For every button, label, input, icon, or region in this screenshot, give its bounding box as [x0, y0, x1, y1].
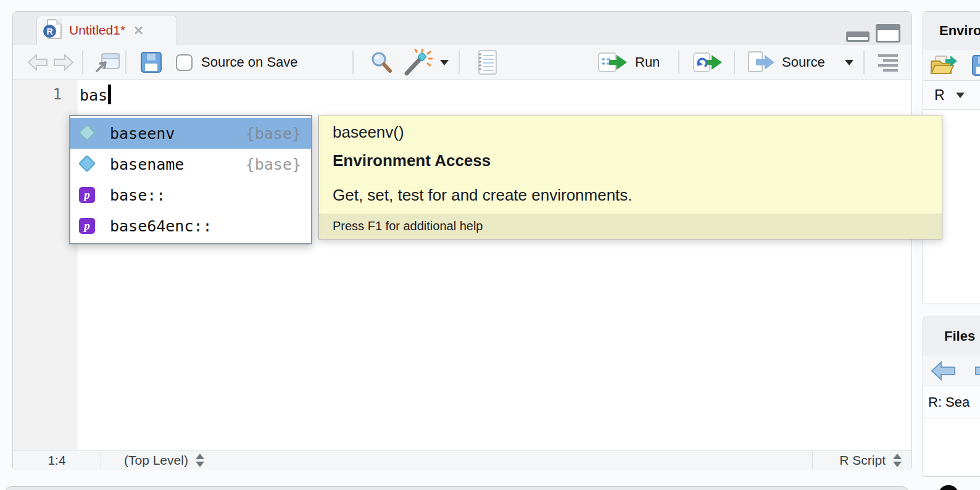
line-number-gutter: 1	[13, 80, 78, 450]
tab-title: Untitled1*	[69, 23, 125, 38]
environment-tab-strip: Environment	[923, 12, 980, 50]
save-floppy-icon	[140, 51, 162, 73]
run-icon	[598, 52, 629, 73]
popout-window-icon	[94, 51, 122, 73]
function-icon	[79, 125, 96, 142]
file-type-selector[interactable]: R Script	[812, 451, 902, 470]
package-icon: p	[79, 217, 96, 235]
toolbar-separator	[734, 51, 735, 74]
code-tools-menu-button[interactable]	[440, 45, 449, 80]
toolbar-separator	[82, 51, 83, 74]
save-floppy-icon	[971, 54, 980, 77]
back-button[interactable]	[27, 45, 49, 80]
toolbar-separator	[125, 51, 127, 74]
back-arrow-icon	[27, 52, 49, 72]
completion-label: baseenv	[110, 125, 175, 143]
files-panel: Files R: Sea	[923, 317, 980, 477]
autocomplete-popup: baseenv{base}basename{base}pbase::pbase6…	[69, 115, 312, 244]
outline-icon	[877, 53, 899, 72]
statusbar-separator	[902, 451, 902, 470]
completion-help-tooltip: baseenv() Environment Access Get, set, t…	[318, 115, 942, 239]
help-footer: Press F1 for additional help	[319, 214, 942, 239]
maximize-pane-icon[interactable]	[876, 24, 900, 43]
r-file-icon: R	[43, 19, 62, 41]
completion-label: base64enc::	[110, 217, 212, 235]
cursor-position: 1:4	[13, 451, 101, 470]
magic-wand-icon	[402, 49, 434, 76]
open-folder-icon	[929, 54, 958, 77]
files-toolbar	[923, 355, 980, 386]
notebook-icon	[475, 49, 499, 75]
environment-toolbar	[923, 50, 980, 81]
source-label: Source	[782, 54, 825, 70]
search-icon	[370, 51, 393, 74]
files-back-button[interactable]	[931, 360, 957, 384]
toolbar-separator	[863, 51, 865, 74]
rerun-button[interactable]	[693, 45, 725, 80]
scope-selector[interactable]: (Top Level)	[101, 451, 204, 470]
forward-button[interactable]	[52, 45, 75, 80]
checkbox-icon	[176, 54, 193, 71]
document-outline-button[interactable]	[877, 45, 899, 80]
save-workspace-button[interactable]	[971, 54, 980, 79]
updown-arrows-icon	[893, 454, 902, 467]
source-on-save-checkbox[interactable]	[176, 45, 193, 80]
completion-package: {base}	[246, 156, 301, 173]
chevron-down-icon	[956, 93, 965, 98]
tab-files[interactable]: Files	[944, 328, 975, 344]
toolbar-separator	[352, 51, 354, 74]
code-text: bas	[80, 86, 107, 104]
completion-item[interactable]: pbase::	[70, 180, 311, 210]
source-button[interactable]: Source	[747, 45, 825, 80]
r-logo-partial-icon	[938, 485, 959, 490]
files-forward-button[interactable]	[974, 360, 980, 384]
source-on-save-label: Source on Save	[201, 54, 298, 70]
environment-selector[interactable]: R	[923, 81, 980, 110]
tab-untitled1[interactable]: R Untitled1* ×	[36, 15, 177, 45]
find-replace-button[interactable]	[370, 45, 393, 80]
completion-package: {base}	[246, 125, 301, 143]
source-menu-button[interactable]	[845, 45, 853, 80]
chevron-down-icon	[440, 60, 449, 65]
editor-tab-strip: R Untitled1* ×	[13, 12, 911, 45]
save-button[interactable]	[140, 45, 162, 80]
files-tab-strip: Files	[923, 317, 980, 355]
text-cursor	[108, 85, 111, 104]
completion-label: basename	[110, 156, 184, 173]
source-icon	[747, 51, 777, 74]
files-path-bar: R: Sea	[923, 386, 980, 418]
tab-environment[interactable]: Environment	[939, 23, 980, 39]
run-label: Run	[635, 54, 660, 70]
updown-arrows-icon	[196, 454, 204, 467]
load-workspace-button[interactable]	[929, 54, 958, 80]
code-line: bas	[80, 85, 111, 104]
minimize-pane-icon[interactable]	[846, 31, 870, 42]
console-pane-edge	[5, 486, 908, 490]
help-description: Get, set, test for and create environmen…	[333, 186, 633, 205]
toolbar-separator	[459, 51, 460, 74]
forward-arrow-icon	[974, 360, 980, 381]
tab-close-icon[interactable]: ×	[134, 24, 143, 36]
function-signature: baseenv()	[333, 123, 404, 142]
completion-item[interactable]: pbase64enc::	[70, 210, 311, 241]
completion-label: base::	[110, 186, 165, 204]
code-tools-button[interactable]	[402, 45, 434, 80]
completion-item[interactable]: basename{base}	[70, 149, 311, 180]
forward-arrow-icon	[52, 52, 75, 72]
toolbar-separator	[678, 51, 679, 74]
compile-report-button[interactable]	[475, 45, 499, 80]
open-in-new-window-button[interactable]	[94, 45, 122, 80]
source-on-save-label-wrap: Source on Save	[201, 45, 298, 80]
environment-selector-label: R	[934, 87, 945, 104]
editor-status-bar: 1:4 (Top Level) R Script	[13, 450, 911, 470]
completion-item[interactable]: baseenv{base}	[70, 118, 311, 149]
editor-toolbar: Source on Save	[13, 45, 911, 80]
help-title: Environment Access	[333, 151, 491, 170]
package-icon: p	[79, 186, 96, 204]
files-path-text: R: Sea	[928, 394, 970, 410]
run-button[interactable]: Run	[598, 45, 660, 80]
back-arrow-icon	[931, 360, 957, 381]
function-icon	[79, 156, 96, 173]
chevron-down-icon	[845, 60, 853, 65]
line-number: 1	[53, 86, 62, 103]
